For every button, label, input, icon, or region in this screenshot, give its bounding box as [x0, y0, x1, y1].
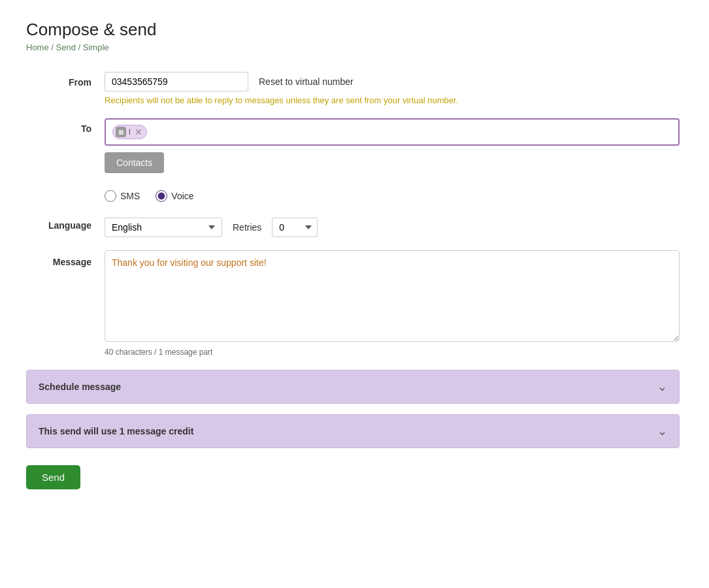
credit-chevron-icon: ⌄ [657, 424, 667, 438]
credit-accordion-header[interactable]: This send will use 1 message credit ⌄ [27, 415, 679, 448]
char-count: 40 characters / 1 message part [105, 348, 680, 357]
sms-label: SMS [120, 191, 140, 201]
schedule-accordion-title: Schedule message [39, 382, 121, 392]
schedule-accordion[interactable]: Schedule message ⌄ [26, 370, 680, 404]
to-label: To [26, 118, 91, 134]
breadcrumb: Home / Send / Simple [26, 42, 683, 52]
tag-close-button[interactable]: ✕ [135, 127, 142, 137]
language-select[interactable]: English Spanish French German Italian [105, 218, 222, 237]
schedule-accordion-header[interactable]: Schedule message ⌄ [27, 370, 679, 403]
tag-text: l [129, 127, 131, 137]
voice-radio[interactable] [156, 190, 167, 202]
credit-accordion[interactable]: This send will use 1 message credit ⌄ [26, 414, 680, 448]
voice-radio-option[interactable]: Voice [156, 190, 193, 202]
language-label: Language [26, 215, 91, 231]
voice-label: Voice [171, 191, 193, 201]
reset-virtual-number-link[interactable]: Reset to virtual number [259, 76, 354, 87]
sms-radio[interactable] [105, 190, 116, 202]
retries-label: Retries [233, 222, 261, 233]
message-textarea[interactable]: Thank you for visiting our support site! [105, 250, 680, 342]
send-button[interactable]: Send [26, 465, 80, 489]
retries-select[interactable]: 0 1 2 3 [272, 218, 318, 237]
breadcrumb-send[interactable]: Send [56, 42, 76, 52]
sms-radio-option[interactable]: SMS [105, 190, 140, 202]
from-input[interactable] [105, 72, 248, 91]
credit-accordion-title: This send will use 1 message credit [39, 426, 193, 436]
contacts-button[interactable]: Contacts [105, 152, 164, 173]
to-input-container[interactable]: ▦ l ✕ [105, 118, 680, 146]
warning-text: Recipients will not be able to reply to … [105, 95, 680, 105]
recipient-tag[interactable]: ▦ l ✕ [112, 125, 147, 139]
schedule-chevron-icon: ⌄ [657, 380, 667, 394]
tag-icon: ▦ [116, 127, 126, 137]
from-label: From [26, 72, 91, 88]
breadcrumb-home[interactable]: Home [26, 42, 49, 52]
breadcrumb-simple: Simple [83, 42, 109, 52]
page-title: Compose & send [26, 20, 683, 40]
message-label: Message [26, 250, 91, 267]
